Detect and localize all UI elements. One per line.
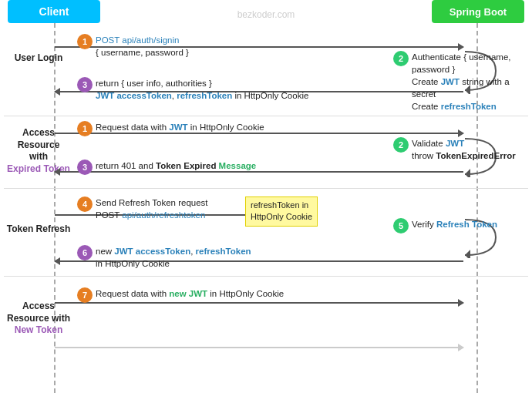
step-4-circle: 1 bbox=[77, 121, 93, 136]
section-expired: AccessResourcewithExpired Token bbox=[0, 127, 77, 175]
msg-3: 3 return { user info, authorities } JWT … bbox=[77, 77, 308, 102]
section-token-refresh: Token Refresh bbox=[0, 223, 77, 236]
sep-2 bbox=[4, 188, 528, 189]
msg-2: 2 Authenticate { username, password } Cr… bbox=[393, 51, 524, 113]
sep-1 bbox=[4, 116, 528, 116]
msg-9: 6 new JWT accessToken, refreshTokenin Ht… bbox=[77, 245, 251, 270]
msg-9-text: new JWT accessToken, refreshTokenin Http… bbox=[96, 245, 251, 270]
step-3-circle: 3 bbox=[77, 77, 93, 92]
msg-10: 7 Request data with new JWT in HttpOnly … bbox=[77, 287, 284, 303]
msg-7-text: Send Refresh Token request POST api/auth… bbox=[96, 196, 208, 221]
step-1-circle: 1 bbox=[77, 34, 93, 49]
msg-3-text: return { user info, authorities } JWT ac… bbox=[96, 77, 308, 102]
step-10-circle: 7 bbox=[77, 287, 93, 303]
sep-3 bbox=[4, 276, 528, 277]
msg-5: 2 Validate JWT throw TokenExpiredError bbox=[393, 137, 516, 162]
spring-header: Spring Boot bbox=[432, 0, 524, 23]
msg-1: 1 POST api/auth/signin { username, passw… bbox=[77, 34, 189, 59]
section-new-token: AccessResource withNew Token bbox=[0, 301, 77, 337]
msg-4: 1 Request data with JWT in HttpOnly Cook… bbox=[77, 121, 264, 136]
msg-10-text: Request data with new JWT in HttpOnly Co… bbox=[96, 287, 284, 300]
msg-8: 5 Verify Refresh Token bbox=[393, 218, 497, 233]
msg-1-text: POST api/auth/signin { username, passwor… bbox=[96, 34, 189, 59]
svg-marker-2 bbox=[465, 250, 470, 258]
section-user-login: User Login bbox=[0, 52, 77, 65]
diagram: bezkoder.com Client Spring Boot User Log… bbox=[0, 0, 532, 393]
msg-5-text: Validate JWT throw TokenExpiredError bbox=[412, 137, 516, 162]
step-7-circle: 4 bbox=[77, 196, 93, 212]
msg-6-text: return 401 and Token Expired Message bbox=[96, 160, 256, 172]
msg-4-text: Request data with JWT in HttpOnly Cookie bbox=[96, 121, 264, 133]
watermark: bezkoder.com bbox=[237, 9, 295, 20]
step-5-circle: 2 bbox=[393, 137, 409, 153]
client-header: Client bbox=[8, 0, 100, 23]
msg-6: 3 return 401 and Token Expired Message bbox=[77, 160, 256, 175]
step-6-circle: 3 bbox=[77, 160, 93, 175]
step-8-circle: 5 bbox=[393, 218, 409, 233]
svg-marker-1 bbox=[465, 169, 470, 177]
msg-8-text: Verify Refresh Token bbox=[412, 218, 497, 230]
refresh-token-box: refreshToken inHttpOnly Cookie bbox=[245, 196, 318, 227]
step-2-circle: 2 bbox=[393, 51, 409, 66]
client-vline bbox=[54, 23, 56, 393]
msg-2-text: Authenticate { username, password } Crea… bbox=[412, 51, 524, 113]
step-9-circle: 6 bbox=[77, 245, 93, 260]
msg-7: 4 Send Refresh Token request POST api/au… bbox=[77, 196, 208, 221]
arrow-bottom bbox=[55, 347, 463, 348]
